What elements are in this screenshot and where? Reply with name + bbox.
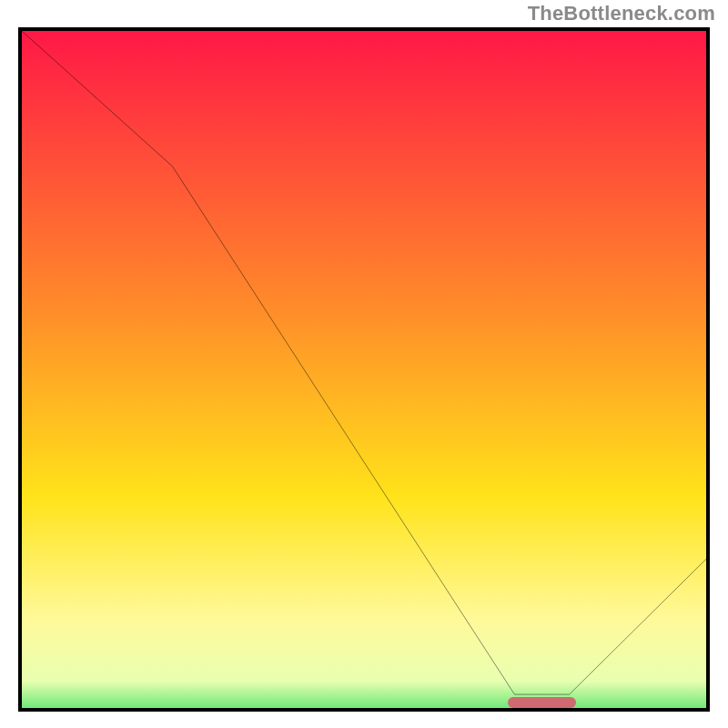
watermark-text: TheBottleneck.com xyxy=(528,2,715,25)
optimal-range-marker xyxy=(508,697,576,708)
chart-frame xyxy=(18,27,710,712)
bottleneck-curve xyxy=(22,31,706,708)
